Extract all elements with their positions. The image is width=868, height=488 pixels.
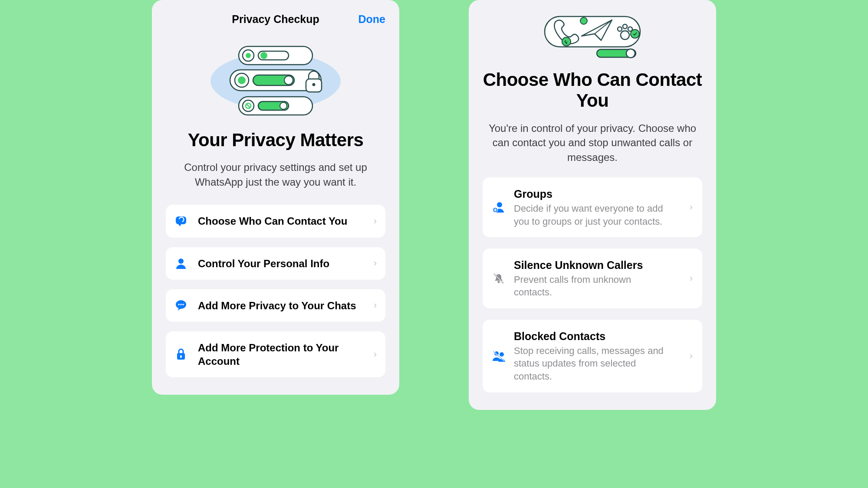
chevron-right-icon: › <box>690 202 693 213</box>
chevron-right-icon: › <box>690 273 693 284</box>
svg-point-3 <box>246 53 251 58</box>
option-title: Groups <box>514 187 685 201</box>
option-desc: Prevent calls from unknown contacts. <box>514 273 670 299</box>
option-title: Control Your Personal Info <box>198 257 369 270</box>
svg-point-36 <box>626 49 635 58</box>
option-account-protection[interactable]: Add More Protection to Your Account › <box>166 331 385 377</box>
person-blocked-icon <box>492 350 505 363</box>
svg-point-28 <box>562 37 571 46</box>
option-blocked-contacts[interactable]: Blocked Contacts Stop receiving calls, m… <box>483 320 702 393</box>
svg-point-32 <box>623 24 627 29</box>
option-personal-info[interactable]: Control Your Personal Info › <box>166 247 385 280</box>
option-title: Add More Protection to Your Account <box>198 341 369 368</box>
svg-point-24 <box>182 304 184 306</box>
option-desc: Stop receiving calls, messages and statu… <box>514 344 670 383</box>
page-subtitle: Control your privacy settings and set up… <box>166 160 385 189</box>
privacy-options-list: Choose Who Can Contact You › Control You… <box>166 205 385 377</box>
svg-point-37 <box>497 202 502 207</box>
svg-point-31 <box>618 27 622 31</box>
modal-header: Privacy Checkup Done <box>166 13 385 26</box>
chevron-right-icon: › <box>374 258 377 269</box>
svg-point-40 <box>498 281 500 283</box>
option-silence-unknown[interactable]: Silence Unknown Callers Prevent calls fr… <box>483 249 702 308</box>
done-button[interactable]: Done <box>358 13 386 26</box>
svg-point-20 <box>178 259 184 264</box>
option-contact-you[interactable]: Choose Who Can Contact You › <box>166 205 385 237</box>
svg-rect-26 <box>180 355 182 358</box>
option-title: Silence Unknown Callers <box>514 258 685 272</box>
page-subtitle: You're in control of your privacy. Choos… <box>483 121 702 165</box>
privacy-toggles-illustration <box>166 33 385 120</box>
svg-point-30 <box>621 31 629 39</box>
chat-bubble-icon <box>174 299 187 312</box>
chevron-right-icon: › <box>374 349 377 360</box>
contact-bubble-icon <box>174 215 187 228</box>
privacy-checkup-screen: Privacy Checkup Done <box>152 0 399 395</box>
svg-point-18 <box>280 102 287 109</box>
chevron-right-icon: › <box>374 216 377 227</box>
svg-point-10 <box>284 76 293 85</box>
contact-options-list: Groups Decide if you want everyone to ad… <box>483 177 702 392</box>
contact-you-screen: Choose Who Can Contact You You're in con… <box>469 0 716 410</box>
chevron-right-icon: › <box>690 350 693 362</box>
option-title: Blocked Contacts <box>514 329 685 344</box>
svg-point-5 <box>260 52 267 59</box>
svg-point-34 <box>631 29 639 38</box>
svg-point-23 <box>180 304 182 306</box>
svg-point-8 <box>238 76 246 84</box>
svg-point-44 <box>500 352 504 357</box>
svg-point-22 <box>178 304 180 306</box>
group-add-icon <box>492 201 505 214</box>
svg-point-29 <box>580 17 587 24</box>
person-icon <box>174 257 187 270</box>
svg-point-12 <box>312 83 316 86</box>
page-heading: Choose Who Can Contact You <box>483 69 702 111</box>
page-heading: Your Privacy Matters <box>166 130 385 151</box>
lock-shield-icon <box>174 348 187 361</box>
option-title: Choose Who Can Contact You <box>198 214 369 228</box>
option-chat-privacy[interactable]: Add More Privacy to Your Chats › <box>166 289 385 322</box>
option-title: Add More Privacy to Your Chats <box>198 299 369 312</box>
contact-illustration <box>483 8 702 60</box>
bell-slash-icon <box>492 272 505 285</box>
option-groups[interactable]: Groups Decide if you want everyone to ad… <box>483 177 702 237</box>
option-desc: Decide if you want everyone to add you t… <box>514 202 670 228</box>
chevron-right-icon: › <box>374 300 377 311</box>
header-title: Privacy Checkup <box>232 13 319 26</box>
